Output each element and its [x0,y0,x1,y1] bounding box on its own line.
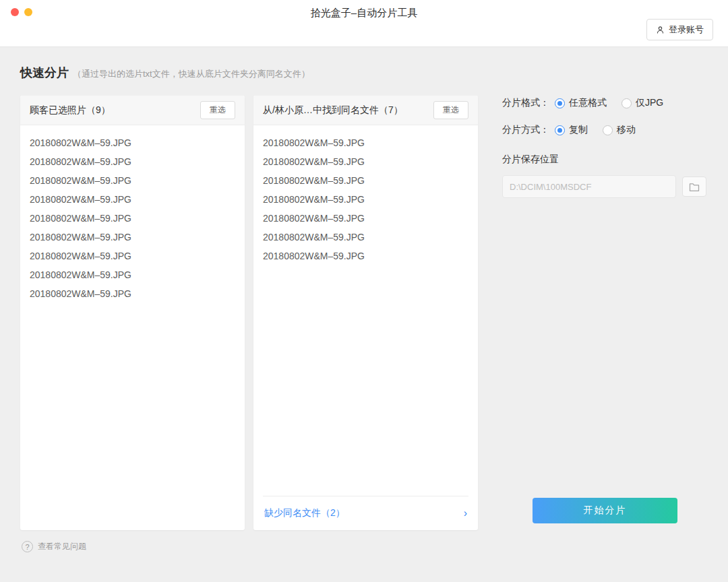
chevron-right-icon: › [464,508,467,519]
page-title: 快速分片 [20,65,69,81]
login-button-label: 登录账号 [669,24,704,36]
selected-photos-panel-title: 顾客已选照片（9） [30,104,111,117]
browse-folder-button[interactable] [682,176,706,197]
file-item: 20180802W&M–59.JPG [263,209,468,228]
radio-move[interactable]: 移动 [603,124,636,136]
matched-files-panel: 从/林小原…中找到同名文件（7） 重选 20180802W&M–59.JPG20… [253,96,478,530]
save-path-input[interactable] [502,175,676,198]
missing-files-label: 缺少同名文件（2） [264,507,345,519]
help-icon: ? [22,541,33,552]
selected-photos-file-list: 20180802W&M–59.JPG20180802W&M–59.JPG2018… [20,125,245,530]
reselect-selected-button[interactable]: 重选 [200,101,235,119]
mode-radio-group: 复制 移动 [555,124,636,136]
format-label: 分片格式： [502,97,549,109]
file-item: 20180802W&M–59.JPG [263,247,468,265]
matched-files-panel-title: 从/林小原…中找到同名文件（7） [263,104,403,117]
selected-photos-panel-header: 顾客已选照片（9） 重选 [20,96,245,125]
file-item: 20180802W&M–59.JPG [263,133,468,152]
save-path-row [502,175,708,198]
options-column: 分片格式： 任意格式 仅JPG 分片方式： [502,96,708,530]
mode-row: 分片方式： 复制 移动 [502,124,708,136]
titlebar: 拾光盒子–自动分片工具 登录账号 [0,0,728,47]
format-radio-group: 任意格式 仅JPG [555,97,663,109]
main-content: 快速分片 （通过导出的选片txt文件，快速从底片文件夹分离同名文件） 顾客已选照… [0,47,728,530]
file-item: 20180802W&M–59.JPG [30,284,235,303]
radio-move-label: 移动 [617,124,636,136]
radio-any-format-circle [555,98,565,108]
page-subtitle: （通过导出的选片txt文件，快速从底片文件夹分离同名文件） [73,68,310,80]
radio-copy[interactable]: 复制 [555,124,588,136]
file-item: 20180802W&M–59.JPG [263,171,468,190]
radio-jpg-only-label: 仅JPG [636,97,663,109]
matched-files-panel-header: 从/林小原…中找到同名文件（7） 重选 [253,96,478,125]
mode-label: 分片方式： [502,124,549,136]
reselect-matched-button[interactable]: 重选 [433,101,468,119]
radio-any-format-label: 任意格式 [569,97,607,109]
file-item: 20180802W&M–59.JPG [30,209,235,228]
file-item: 20180802W&M–59.JPG [30,228,235,247]
folder-icon [689,183,700,191]
file-item: 20180802W&M–59.JPG [30,133,235,152]
matched-files-file-list: 20180802W&M–59.JPG20180802W&M–59.JPG2018… [253,125,478,496]
radio-jpg-only[interactable]: 仅JPG [621,97,663,109]
file-item: 20180802W&M–59.JPG [30,190,235,209]
save-location-label: 分片保存位置 [502,154,708,166]
radio-copy-circle [555,125,565,135]
missing-files-link[interactable]: 缺少同名文件（2） › [263,496,468,530]
faq-label: 查看常见问题 [38,541,86,552]
faq-link[interactable]: ? 查看常见问题 [22,541,728,552]
file-item: 20180802W&M–59.JPG [263,152,468,171]
file-item: 20180802W&M–59.JPG [263,190,468,209]
window-title: 拾光盒子–自动分片工具 [0,7,728,20]
radio-jpg-only-circle [621,98,632,108]
start-slicing-button[interactable]: 开始分片 [533,498,677,523]
file-item: 20180802W&M–59.JPG [30,247,235,265]
login-button[interactable]: 登录账号 [646,19,713,40]
radio-move-circle [603,125,613,135]
radio-copy-label: 复制 [569,124,588,136]
page-head: 快速分片 （通过导出的选片txt文件，快速从底片文件夹分离同名文件） [20,65,708,81]
selected-photos-panel: 顾客已选照片（9） 重选 20180802W&M–59.JPG20180802W… [20,96,245,530]
radio-any-format[interactable]: 任意格式 [555,97,607,109]
file-item: 20180802W&M–59.JPG [30,265,235,284]
file-item: 20180802W&M–59.JPG [263,228,468,247]
person-icon [656,26,665,34]
file-item: 20180802W&M–59.JPG [30,152,235,171]
format-row: 分片格式： 任意格式 仅JPG [502,97,708,109]
file-item: 20180802W&M–59.JPG [30,171,235,190]
